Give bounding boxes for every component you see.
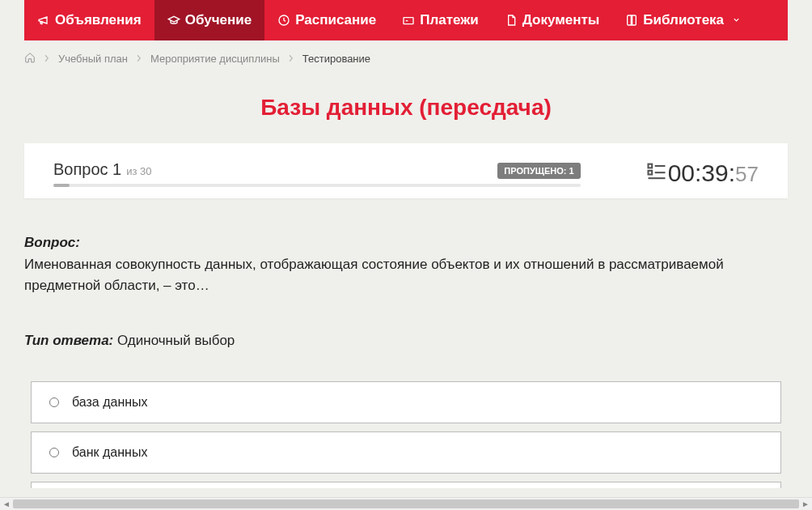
book-icon <box>625 14 638 27</box>
options-list: база данных банк данных <box>24 381 788 488</box>
radio-icon[interactable] <box>49 448 59 457</box>
answer-type-label: Тип ответа: <box>24 333 113 348</box>
nav-schedule[interactable]: Расписание <box>264 0 389 40</box>
clock-icon <box>277 14 290 27</box>
nav-documents[interactable]: Документы <box>492 0 613 40</box>
skipped-badge: ПРОПУЩЕНО: 1 <box>497 163 580 179</box>
option-item[interactable] <box>31 482 781 488</box>
answer-type: Тип ответа: Одиночный выбор <box>24 313 788 381</box>
chevron-right-icon <box>44 53 50 65</box>
progress-bar <box>53 184 581 187</box>
nav-label: Обучение <box>185 12 252 28</box>
answer-type-value: Одиночный выбор <box>117 333 235 348</box>
question-number: Вопрос 1 <box>53 160 121 179</box>
question-total: из 30 <box>126 165 151 177</box>
breadcrumb-link[interactable]: Учебный план <box>58 53 128 65</box>
option-text: база данных <box>72 395 148 410</box>
graduation-cap-icon <box>167 14 180 27</box>
nav-label: Объявления <box>55 12 142 28</box>
radio-icon[interactable] <box>49 397 59 407</box>
quiz-status-bar: Вопрос 1 из 30 ПРОПУЩЕНО: 1 00:39:57 <box>24 143 788 198</box>
nav-label: Документы <box>522 12 600 28</box>
timer-seconds: 57 <box>735 162 759 187</box>
option-item[interactable]: банк данных <box>31 431 781 474</box>
chevron-down-icon <box>732 12 741 28</box>
scroll-left-arrow[interactable]: ◄ <box>0 498 13 511</box>
nav-label: Библиотека <box>643 12 724 28</box>
breadcrumb: Учебный план Мероприятие дисциплины Тест… <box>24 40 788 77</box>
chevron-right-icon <box>288 53 294 65</box>
payment-icon <box>402 14 415 27</box>
home-icon[interactable] <box>24 52 36 66</box>
question-text: Именованная совокупность данных, отображ… <box>24 254 788 297</box>
svg-rect-2 <box>648 164 652 168</box>
nav-library[interactable]: Библиотека <box>612 0 754 40</box>
horizontal-scrollbar[interactable]: ◄ ► <box>0 497 812 510</box>
document-icon <box>505 14 518 27</box>
page-title: Базы данных (пересдача) <box>24 77 788 143</box>
timer: 00:39:57 <box>668 159 759 187</box>
breadcrumb-link[interactable]: Мероприятие дисциплины <box>150 53 280 65</box>
timer-main: 00:39: <box>668 159 735 187</box>
nav-payments[interactable]: Платежи <box>389 0 492 40</box>
option-item[interactable]: база данных <box>31 381 781 423</box>
nav-announcements[interactable]: Объявления <box>24 0 154 40</box>
scroll-right-arrow[interactable]: ► <box>799 498 812 511</box>
option-text: банк данных <box>72 445 147 460</box>
nav-label: Платежи <box>420 12 479 28</box>
question-body: Вопрос: Именованная совокупность данных,… <box>24 198 788 313</box>
svg-rect-1 <box>404 18 413 24</box>
megaphone-icon <box>37 14 50 27</box>
question-label: Вопрос: <box>24 235 80 250</box>
nav-label: Расписание <box>295 12 376 28</box>
main-navbar: Объявления Обучение Расписание Платежи Д… <box>24 0 788 40</box>
breadcrumb-current: Тестирование <box>302 53 370 65</box>
chevron-right-icon <box>136 53 142 65</box>
question-list-icon[interactable] <box>645 160 668 186</box>
svg-rect-3 <box>648 171 652 175</box>
nav-education[interactable]: Обучение <box>154 0 264 40</box>
